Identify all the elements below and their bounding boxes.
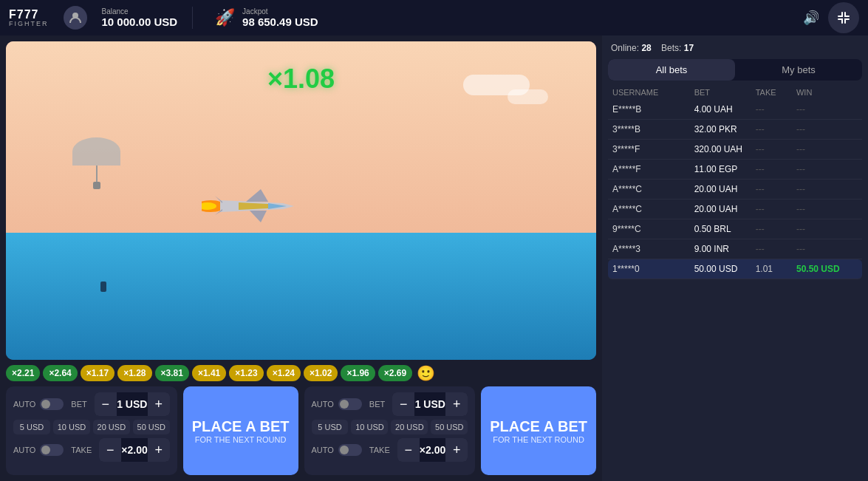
table-row: E*****B 4.00 UAH --- --- [608,100,862,120]
username: A*****3 [612,244,694,254]
take-toggle-left[interactable] [40,444,64,456]
auto-take-label-right: AUTO [312,446,334,454]
place-bet-sub-left: FOR THE NEXT ROUND [195,435,287,444]
bet-amount: 4.00 UAH [694,104,756,115]
multiplier-badge[interactable]: ×1.28 [117,365,151,381]
bet-amount: 0.50 BRL [694,224,756,234]
bet-amount: 20.00 UAH [694,184,756,194]
quick-amount-left[interactable]: 50 USD [133,420,170,434]
tab-all-bets[interactable]: All bets [608,59,735,81]
bet-minus-left[interactable]: − [95,392,117,416]
multiplier-badge[interactable]: ×1.24 [267,365,301,381]
bet-label-left: BET [71,400,86,409]
bet-amount: 9.00 INR [694,244,756,254]
auto-toggle-right[interactable] [338,398,362,410]
place-bet-main-left: PLACE A BET [192,417,290,435]
online-count: 28 [641,43,651,53]
bet-plus-right[interactable]: + [445,392,468,416]
bet-plus-left[interactable]: + [148,392,170,416]
col-bet: BET [694,88,756,97]
table-row: A*****C 20.00 UAH --- --- [608,180,862,199]
place-bet-main-right: PLACE A BET [490,417,587,435]
take-plus-right[interactable]: + [445,438,468,462]
table-row: A*****F 11.00 EGP --- --- [608,160,862,180]
quick-amount-right[interactable]: 50 USD [431,420,468,434]
win-col: --- [796,224,858,234]
quick-amount-right[interactable]: 10 USD [351,420,388,434]
quick-amount-right[interactable]: 20 USD [391,420,428,434]
volume-icon[interactable]: 🔊 [803,10,819,26]
quick-amount-left[interactable]: 5 USD [13,420,50,434]
take-col: --- [756,124,796,134]
win-col: 50.50 USD [796,264,858,274]
take-minus-left[interactable]: − [99,438,121,462]
win-col: --- [796,244,858,254]
avatar[interactable] [64,6,87,30]
rocket-icon: 🚀 [215,8,235,27]
take-minus-right[interactable]: − [397,438,420,462]
multiplier-badge[interactable]: ×1.02 [304,365,338,381]
win-col: --- [796,144,858,154]
take-value-right: ×2.00 [420,444,445,456]
win-col: --- [796,184,858,194]
multiplier-badge[interactable]: ×1.96 [341,365,375,381]
place-bet-button-right[interactable]: PLACE A BET FOR THE NEXT ROUND [481,386,596,475]
online-info: Online: 28 Bets: 17 [611,43,694,53]
auto-label-left: AUTO [13,400,35,409]
bets-table: USERNAME BET TAKE WIN E*****B 4.00 UAH -… [608,85,862,475]
username: 3*****B [612,124,694,134]
take-col: --- [756,164,796,174]
logo-bottom: FIGHTER [9,21,49,27]
multiplier-badge[interactable]: ×2.21 [6,365,40,381]
bet-label-right: BET [369,400,385,409]
online-label: Online: [611,43,639,53]
table-row: A*****3 9.00 INR --- --- [608,239,862,259]
username: A*****C [612,204,694,214]
multiplier-badge[interactable]: ×2.64 [43,365,77,381]
take-col: --- [756,104,796,115]
take-plus-left[interactable]: + [148,438,170,462]
quick-amounts-left: 5 USD10 USD20 USD50 USD [13,420,170,434]
bet-amount: 32.00 PKR [694,124,756,134]
jackpot-section: 🚀 Jackpot 98 650.49 USD [215,7,318,28]
smiley-button[interactable]: 🙂 [417,364,435,382]
multiplier-badge[interactable]: ×1.17 [81,365,115,381]
multiplier-history: ×2.21×2.64×1.17×1.28×3.81×1.41×1.23×1.24… [6,364,596,382]
bet-amount: 20.00 UAH [694,204,756,214]
quick-amount-left[interactable]: 10 USD [53,420,90,434]
multiplier-display: ×1.08 [267,64,335,95]
take-col: --- [756,204,796,214]
bet-minus-right[interactable]: − [392,392,414,416]
auto-toggle-left[interactable] [40,398,64,410]
water-person [100,282,106,292]
bets-table-header: USERNAME BET TAKE WIN [608,85,862,100]
game-canvas: ×1.08 [6,41,596,360]
take-col: --- [756,244,796,254]
take-col: --- [756,224,796,234]
multiplier-badge[interactable]: ×1.41 [192,365,226,381]
main-content: ×1.08 [0,35,868,481]
table-row: 3*****B 32.00 PKR --- --- [608,120,862,140]
logo: F777 FIGHTER [9,9,49,27]
quick-amount-right[interactable]: 5 USD [312,420,349,434]
win-col: --- [796,124,858,134]
bet-amount: 11.00 EGP [694,164,756,174]
table-row: A*****C 20.00 UAH --- --- [608,199,862,219]
header-divider [192,7,193,29]
compress-button[interactable] [828,2,859,33]
auto-label-right: AUTO [312,400,334,409]
tab-my-bets[interactable]: My bets [735,59,862,81]
multiplier-badge[interactable]: ×2.69 [378,365,412,381]
table-row: 9*****C 0.50 BRL --- --- [608,219,862,239]
header: F777 FIGHTER Balance 10 000.00 USD 🚀 Jac… [0,0,868,35]
quick-amount-left[interactable]: 20 USD [93,420,130,434]
bet-controls: AUTO BET − 1 USD + 5 USD10 USD20 USD50 U… [6,386,596,475]
auto-bet-row-right: AUTO BET − 1 USD + [312,392,468,416]
bets-count-label: Bets: [661,43,681,53]
place-bet-button-left[interactable]: PLACE A BET FOR THE NEXT ROUND [183,386,298,475]
multiplier-badge[interactable]: ×1.23 [229,365,263,381]
multiplier-badge[interactable]: ×3.81 [155,365,189,381]
username: E*****B [612,104,694,115]
win-col: --- [796,104,858,115]
take-toggle-right[interactable] [338,444,362,456]
